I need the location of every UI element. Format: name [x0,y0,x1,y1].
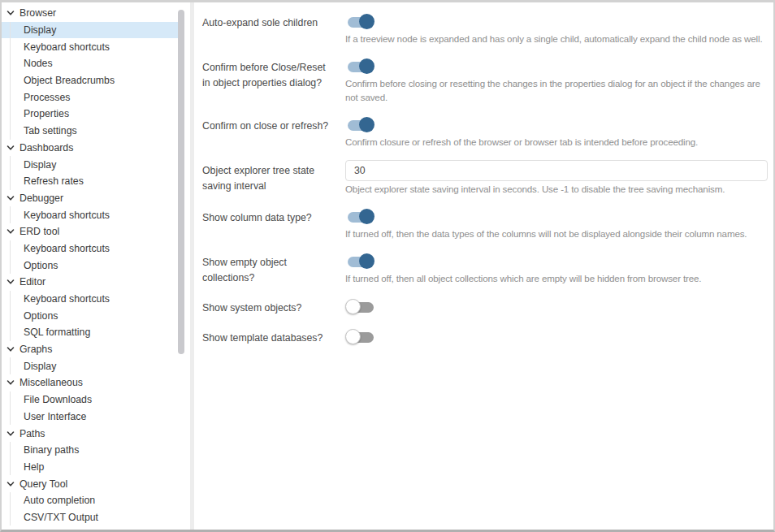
sidebar-item-csv-txt-output[interactable]: CSV/TXT Output [2,509,178,526]
setting-row-show-system-objects: Show system objects? [202,296,768,316]
sidebar-item-label: CSV/TXT Output [24,512,98,523]
setting-label: Object explorer tree state saving interv… [202,158,345,196]
sidebar-item-keyboard-shortcuts[interactable]: Keyboard shortcuts [2,240,178,257]
tree-state-saving-interval-input[interactable] [345,160,768,181]
setting-help-text: Confirm closure or refresh of the browse… [345,135,768,149]
sidebar-item-label: Paths [19,428,45,439]
sidebar-item-options[interactable]: Options [2,257,178,274]
sidebar-item-label: ERD tool [19,226,59,237]
setting-help-text: If turned off, then the data types of th… [345,227,768,240]
sidebar-scrollbar-thumb[interactable] [178,10,184,354]
chevron-down-icon[interactable] [6,378,15,387]
sidebar-item-refresh-rates[interactable]: Refresh rates [2,173,178,190]
show-template-databases-toggle[interactable] [345,328,376,346]
sidebar-item-tab-settings[interactable]: Tab settings [2,123,178,140]
chevron-down-icon[interactable] [6,193,15,202]
sidebar-item-miscellaneous[interactable]: Miscellaneous [2,374,178,391]
sidebar-item-erd-tool[interactable]: ERD tool [2,223,178,240]
sidebar-item-label: SQL formatting [24,327,90,338]
setting-row-show-empty-object-collections: Show empty object collections?If turned … [202,250,768,286]
setting-help-text: If a treeview node is expanded and has o… [345,32,768,45]
chevron-down-icon[interactable] [6,429,15,438]
sidebar-item-editor[interactable]: Editor [2,274,178,291]
sidebar-item-label: Query Tool [19,478,67,490]
sidebar-item-paths[interactable]: Paths [2,425,178,442]
sidebar-item-user-interface[interactable]: User Interface [2,409,178,426]
confirm-before-close-reset-toggle[interactable] [345,58,376,76]
sidebar-item-display[interactable]: Display [2,156,178,173]
sidebar-item-display[interactable]: Display [2,357,178,374]
sidebar-item-help[interactable]: Help [2,459,178,476]
sidebar-item-graphs[interactable]: Graphs [2,341,178,358]
chevron-down-icon[interactable] [6,143,15,152]
show-empty-object-collections-toggle[interactable] [345,253,376,270]
sidebar-item-options[interactable]: Options [2,307,178,324]
show-column-data-type-toggle[interactable] [345,208,376,226]
sidebar-item-browser[interactable]: Browser [2,5,178,22]
toggle-thumb [359,209,375,224]
sidebar-item-sql-formatting[interactable]: SQL formatting [2,324,178,341]
sidebar-item-label: Options [24,260,58,271]
sidebar-item-label: Browser [19,7,56,19]
sidebar-item-properties[interactable]: Properties [2,106,178,123]
setting-control: If turned off, then all object collectio… [345,250,768,286]
setting-label: Show column data type? [202,205,345,240]
sidebar-item-label: Keyboard shortcuts [24,293,110,305]
sidebar-item-debugger[interactable]: Debugger [2,190,178,207]
chevron-down-icon[interactable] [6,227,15,236]
sidebar-item-auto-completion[interactable]: Auto completion [2,492,178,509]
confirm-on-close-or-refresh-toggle[interactable] [345,116,376,134]
setting-label: Show system objects? [202,296,345,316]
setting-row-show-column-data-type: Show column data type?If turned off, the… [202,205,768,240]
setting-help-text: Confirm before closing or resetting the … [345,76,768,104]
auto-expand-sole-children-toggle[interactable] [345,13,376,31]
setting-label: Auto-expand sole children [202,11,345,45]
sidebar-item-label: Nodes [24,58,53,69]
sidebar-item-object-breadcrumbs[interactable]: Object Breadcrumbs [2,72,178,89]
sidebar-item-label: User Interface [24,411,86,422]
sidebar-item-display[interactable]: Display [2,22,178,39]
sidebar-item-label: Dashboards [19,142,73,154]
setting-label: Show empty object collections? [202,250,345,286]
sidebar-item-file-downloads[interactable]: File Downloads [2,391,178,409]
sidebar-item-label: Graphs [19,344,52,355]
setting-row-tree-state-saving-interval: Object explorer tree state saving interv… [202,158,768,196]
show-system-objects-toggle[interactable] [345,298,376,316]
preferences-tree-sidebar: BrowserDisplayKeyboard shortcutsNodesObj… [2,2,194,530]
sidebar-item-label: Display [24,361,56,372]
sidebar-item-label: Auto completion [24,495,95,506]
sidebar-item-processes[interactable]: Processes [2,89,178,106]
sidebar-item-label: Options [24,310,58,322]
sidebar-item-label: Tab settings [24,125,77,136]
chevron-down-icon[interactable] [6,345,15,354]
sidebar-item-label: Display [24,159,56,171]
sidebar-item-label: Refresh rates [24,175,84,187]
sidebar-item-label: Object Breadcrumbs [24,75,115,86]
setting-row-auto-expand-sole-children: Auto-expand sole childrenIf a treeview n… [202,11,768,45]
setting-control: If turned off, then the data types of th… [345,205,768,240]
setting-help-text: Object explorer state saving interval in… [345,182,768,196]
sidebar-item-label: Keyboard shortcuts [24,41,110,53]
setting-help-text: If turned off, then all object collectio… [345,271,768,285]
chevron-down-icon[interactable] [6,9,15,18]
setting-row-confirm-on-close-or-refresh: Confirm on close or refresh?Confirm clos… [202,114,768,149]
sidebar-item-keyboard-shortcuts[interactable]: Keyboard shortcuts [2,38,178,55]
setting-control [345,326,768,346]
setting-label: Confirm before Close/Reset in object pro… [202,55,345,104]
chevron-down-icon[interactable] [6,479,15,488]
preferences-window: BrowserDisplayKeyboard shortcutsNodesObj… [0,0,775,532]
sidebar-item-binary-paths[interactable]: Binary paths [2,442,178,459]
sidebar-item-label: Processes [24,92,70,103]
sidebar-item-keyboard-shortcuts[interactable]: Keyboard shortcuts [2,206,178,223]
sidebar-item-nodes[interactable]: Nodes [2,55,178,72]
sidebar-item-dashboards[interactable]: Dashboards [2,140,178,157]
sidebar-item-label: Binary paths [24,444,79,456]
settings-panel: Auto-expand sole childrenIf a treeview n… [194,2,773,530]
sidebar-item-keyboard-shortcuts[interactable]: Keyboard shortcuts [2,291,178,308]
chevron-down-icon[interactable] [6,278,15,287]
sidebar-item-query-tool[interactable]: Query Tool [2,475,178,492]
preferences-tree: BrowserDisplayKeyboard shortcutsNodesObj… [2,5,190,526]
setting-label: Show template databases? [202,326,345,346]
sidebar-item-label: Keyboard shortcuts [24,210,110,221]
setting-control: Confirm closure or refresh of the browse… [345,114,768,149]
